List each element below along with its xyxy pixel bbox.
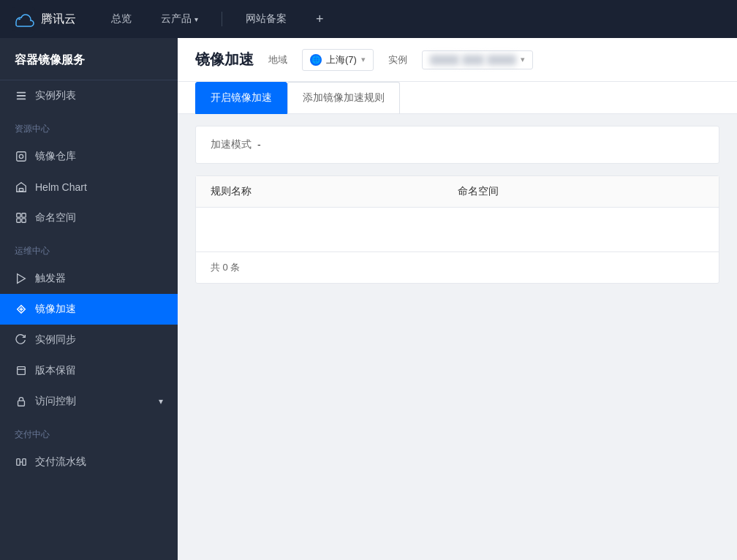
instance-blur-2 [462, 55, 484, 65]
lock-icon [15, 395, 28, 408]
svg-rect-4 [17, 152, 26, 161]
svg-rect-9 [17, 219, 20, 222]
col-namespace: 命名空间 [458, 185, 705, 198]
sidebar-item-label: 镜像加速 [35, 303, 76, 316]
svg-rect-10 [22, 219, 26, 222]
sidebar-item-label: 交付流水线 [35, 455, 86, 469]
svg-rect-13 [18, 401, 25, 406]
sidebar-item-label: Helm Chart [35, 181, 87, 193]
svg-rect-8 [22, 213, 26, 217]
chevron-icon: ▾ [159, 396, 163, 406]
svg-rect-14 [17, 459, 20, 466]
top-nav: 腾讯云 总览 云产品 ▾ 网站备案 + [0, 0, 737, 38]
grid-icon [15, 211, 28, 224]
sidebar-item-delivery-pipeline[interactable]: 交付流水线 [0, 447, 178, 477]
instance-blur-1 [430, 55, 459, 65]
sidebar-item-label: 实例列表 [35, 89, 76, 102]
sidebar-item-label: 版本保留 [35, 364, 76, 377]
nav-item-website[interactable]: 网站备案 [240, 10, 292, 29]
total-text: 共 0 条 [211, 262, 240, 273]
sidebar-item-helm-chart[interactable]: Helm Chart [0, 172, 178, 203]
region-label: 地域 [268, 53, 287, 67]
sidebar-item-instance-list[interactable]: 实例列表 [0, 80, 178, 111]
section-label-ops: 运维中心 [0, 233, 178, 263]
table-container: 规则名称 命名空间 共 0 条 [195, 175, 719, 284]
globe-icon: 🌐 [310, 54, 322, 66]
content-tabs: 开启镜像加速 添加镜像加速规则 [178, 82, 737, 114]
sidebar-item-namespace[interactable]: 命名空间 [0, 203, 178, 233]
instance-selector[interactable]: ▾ [422, 50, 533, 69]
table-empty-row [196, 208, 719, 251]
nav-item-products[interactable]: 云产品 ▾ [155, 10, 204, 29]
svg-rect-15 [23, 459, 26, 466]
tab-enable-accel[interactable]: 开启镜像加速 [195, 82, 287, 114]
logo-text: 腾讯云 [41, 12, 76, 27]
sidebar-title: 容器镜像服务 [0, 38, 178, 80]
image-icon [15, 150, 28, 163]
content-header: 镜像加速 地域 🌐 上海(7) ▾ 实例 ▾ [178, 38, 737, 82]
region-value: 上海(7) [326, 53, 357, 67]
logo-area: 腾讯云 [12, 7, 76, 31]
page-title: 镜像加速 [195, 50, 254, 69]
table-body [196, 208, 719, 251]
instance-value [430, 55, 516, 65]
svg-rect-2 [17, 95, 26, 97]
instance-label: 实例 [388, 53, 407, 67]
content-body: 加速模式 - 规则名称 命名空间 共 0 条 [178, 114, 737, 560]
svg-rect-7 [17, 213, 20, 217]
list-icon [15, 89, 28, 102]
nav-item-overview[interactable]: 总览 [105, 10, 137, 29]
region-chevron-icon: ▾ [361, 55, 366, 64]
section-label-delivery: 交付中心 [0, 417, 178, 447]
trigger-icon [15, 272, 28, 285]
accel-icon [15, 303, 28, 316]
sidebar-item-trigger[interactable]: 触发器 [0, 263, 178, 294]
svg-rect-0 [12, 7, 35, 31]
content-area: 镜像加速 地域 🌐 上海(7) ▾ 实例 ▾ 开启镜像加速 添加镜像加速规则 [178, 38, 737, 560]
sidebar-item-image-repo[interactable]: 镜像仓库 [0, 141, 178, 172]
sidebar-item-label: 访问控制 [35, 395, 76, 408]
instance-chevron-icon: ▾ [521, 55, 525, 64]
main-layout: 容器镜像服务 实例列表 资源中心 镜像仓库 Helm Chart [0, 38, 737, 560]
info-panel: 加速模式 - [195, 126, 719, 164]
version-icon [15, 364, 28, 377]
instance-blur-3 [487, 55, 516, 65]
mode-label: 加速模式 [211, 138, 252, 151]
section-label-resource: 资源中心 [0, 111, 178, 141]
sidebar-item-image-accel[interactable]: 镜像加速 [0, 294, 178, 325]
sidebar-item-label: 实例同步 [35, 333, 76, 347]
tab-add-rule[interactable]: 添加镜像加速规则 [287, 82, 400, 114]
svg-rect-1 [17, 92, 26, 94]
logo-icon [12, 7, 35, 31]
sync-icon [15, 333, 28, 347]
sidebar-item-label: 镜像仓库 [35, 150, 76, 163]
nav-plus-button[interactable]: + [310, 9, 330, 30]
nav-divider [222, 12, 222, 26]
svg-rect-12 [18, 367, 26, 375]
helm-icon [15, 181, 28, 194]
svg-point-5 [19, 154, 23, 158]
sidebar-item-access-control[interactable]: 访问控制 ▾ [0, 386, 178, 417]
sidebar: 容器镜像服务 实例列表 资源中心 镜像仓库 Helm Chart [0, 38, 178, 560]
sidebar-item-label: 命名空间 [35, 211, 76, 224]
mode-value: - [257, 139, 261, 151]
sidebar-item-instance-sync[interactable]: 实例同步 [0, 325, 178, 355]
col-rule-name: 规则名称 [211, 185, 458, 198]
sidebar-item-version-keep[interactable]: 版本保留 [0, 355, 178, 386]
pipeline-icon [15, 455, 28, 469]
sidebar-item-label: 触发器 [35, 272, 66, 285]
svg-marker-11 [18, 274, 26, 283]
table-header: 规则名称 命名空间 [196, 176, 719, 208]
table-footer: 共 0 条 [196, 251, 719, 283]
svg-rect-3 [17, 99, 26, 100]
svg-rect-6 [19, 189, 23, 192]
region-selector[interactable]: 🌐 上海(7) ▾ [302, 49, 374, 71]
